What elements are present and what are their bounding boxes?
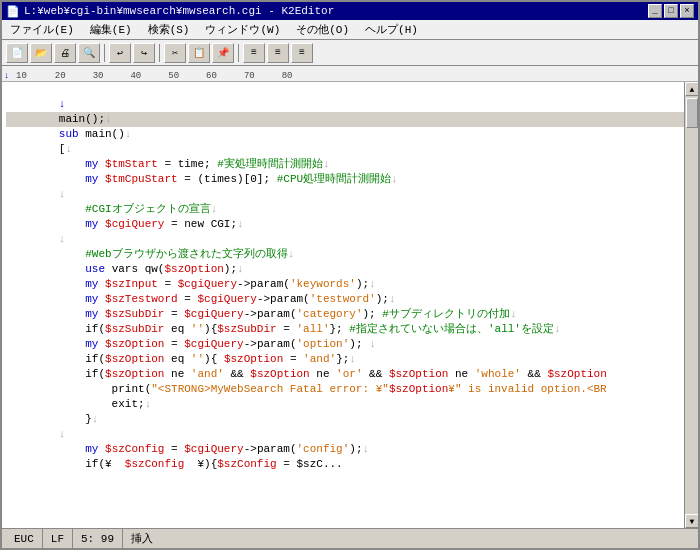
separator-3: [238, 44, 239, 62]
main-window: 📄 L:¥web¥cgi-bin¥mwsearch¥mwsearch.cgi -…: [0, 0, 700, 550]
code-line-24: my $szConfig = $cgiQuery->param('config'…: [6, 427, 684, 442]
align-left-button[interactable]: ≡: [243, 43, 265, 63]
toolbar: 📄 📂 🖨 🔍 ↩ ↪ ✂ 📋 📌 ≡ ≡ ≡: [2, 40, 698, 66]
scroll-down-button[interactable]: ▼: [685, 514, 698, 528]
ruler-mark-80: 80: [282, 71, 293, 81]
separator-2: [159, 44, 160, 62]
code-line-8: #CGIオブジェクトの宣言↓: [6, 187, 684, 202]
ruler-mark-10: 10: [16, 71, 27, 81]
mode-segment: 挿入: [123, 529, 161, 548]
menu-help[interactable]: ヘルプ(H): [361, 21, 422, 38]
copy-button[interactable]: 📋: [188, 43, 210, 63]
scroll-track[interactable]: [685, 96, 698, 514]
separator-1: [104, 44, 105, 62]
code-line-23: ↓: [6, 412, 684, 427]
ruler: ↓ 10 20 30 40 50 60 70 80: [2, 66, 698, 82]
mode-label: 挿入: [131, 531, 153, 546]
menu-window[interactable]: ウィンドウ(W): [201, 21, 284, 38]
position-segment: 5: 99: [73, 529, 123, 548]
close-button[interactable]: ×: [680, 4, 694, 18]
encoding-segment: EUC: [6, 529, 43, 548]
editor-area: ↓ main();↓ sub main()↓ [↓ my $tmStart = …: [2, 82, 698, 528]
line-ending-segment: LF: [43, 529, 73, 548]
ruler-mark-40: 40: [130, 71, 141, 81]
paste-button[interactable]: 📌: [212, 43, 234, 63]
line-ending-label: LF: [51, 533, 64, 545]
code-line-1: ↓: [6, 82, 684, 97]
ruler-mark-70: 70: [244, 71, 255, 81]
redo-button[interactable]: ↪: [133, 43, 155, 63]
down-arrow-indicator: ↓: [4, 71, 9, 81]
find-button[interactable]: 🔍: [78, 43, 100, 63]
align-center-button[interactable]: ≡: [267, 43, 289, 63]
new-button[interactable]: 📄: [6, 43, 28, 63]
scroll-up-button[interactable]: ▲: [685, 82, 698, 96]
code-line-5: my $tmStart = time; #実処理時間計測開始↓: [6, 142, 684, 157]
print-button[interactable]: 🖨: [54, 43, 76, 63]
scroll-thumb[interactable]: [686, 98, 698, 128]
menu-edit[interactable]: 編集(E): [86, 21, 136, 38]
code-line-11: #Webブラウザから渡された文字列の取得↓: [6, 232, 684, 247]
vertical-scrollbar[interactable]: ▲ ▼: [684, 82, 698, 528]
ruler-mark-50: 50: [168, 71, 179, 81]
app-icon: 📄: [6, 5, 20, 18]
align-right-button[interactable]: ≡: [291, 43, 313, 63]
maximize-button[interactable]: □: [664, 4, 678, 18]
ruler-mark-20: 20: [55, 71, 66, 81]
status-bar: EUC LF 5: 99 挿入: [2, 528, 698, 548]
menu-other[interactable]: その他(O): [292, 21, 353, 38]
menu-file[interactable]: ファイル(E): [6, 21, 78, 38]
code-area[interactable]: ↓ main();↓ sub main()↓ [↓ my $tmStart = …: [2, 82, 684, 528]
undo-button[interactable]: ↩: [109, 43, 131, 63]
ruler-marks: 10 20 30 40 50 60 70 80: [16, 71, 320, 81]
menu-bar: ファイル(E) 編集(E) 検索(S) ウィンドウ(W) その他(O) ヘルプ(…: [2, 20, 698, 40]
title-bar-buttons: _ □ ×: [648, 4, 694, 18]
code-line-2: main();↓: [6, 97, 684, 112]
ruler-mark-30: 30: [93, 71, 104, 81]
ruler-mark-60: 60: [206, 71, 217, 81]
cut-button[interactable]: ✂: [164, 43, 186, 63]
position-label: 5: 99: [81, 533, 114, 545]
window-title: L:¥web¥cgi-bin¥mwsearch¥mwsearch.cgi - K…: [24, 5, 334, 17]
menu-search[interactable]: 検索(S): [144, 21, 194, 38]
title-bar: 📄 L:¥web¥cgi-bin¥mwsearch¥mwsearch.cgi -…: [2, 2, 698, 20]
open-button[interactable]: 📂: [30, 43, 52, 63]
minimize-button[interactable]: _: [648, 4, 662, 18]
encoding-label: EUC: [14, 533, 34, 545]
title-bar-left: 📄 L:¥web¥cgi-bin¥mwsearch¥mwsearch.cgi -…: [6, 5, 334, 18]
